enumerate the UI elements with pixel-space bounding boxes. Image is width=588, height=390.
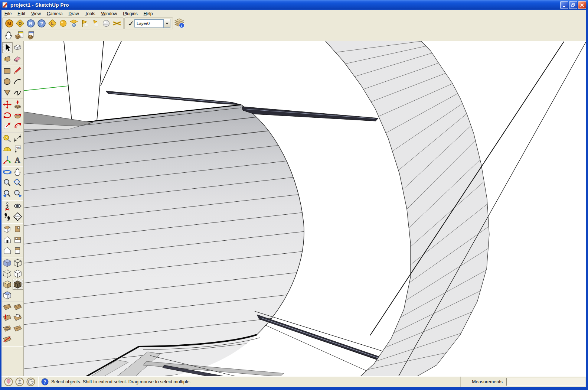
tool-look-around[interactable] [13,201,23,211]
orbit-icon [3,168,12,177]
layer-visible-check-icon[interactable] [127,20,134,27]
layer-dropdown-arrow[interactable] [163,19,170,28]
toolbar-button-help-badge[interactable]: ? [36,18,47,29]
tool-view-right[interactable] [13,224,23,234]
tool-select[interactable] [2,42,13,53]
tool-monochrome[interactable] [2,290,13,300]
tool-arc[interactable] [13,76,23,87]
layer-select[interactable]: Layer0 [134,19,163,27]
tool-tape-measure[interactable] [2,133,13,144]
tool-flip-edge[interactable] [2,334,13,345]
tool-text-3d[interactable]: A [13,155,23,165]
minimize-button[interactable] [560,1,568,9]
tool-circle[interactable] [2,76,13,87]
status-geolocation-button[interactable] [4,377,13,387]
tool-text[interactable]: ABC [13,144,23,155]
tool-move[interactable] [2,99,13,110]
toolbar-button-yellow-sphere[interactable] [58,18,68,29]
tool-back-edges[interactable] [13,257,23,268]
toolbar-button-white-sphere[interactable] [101,18,111,29]
window-border-left [0,10,1,390]
model-edge-line [64,41,72,124]
toolbar-button-box-list[interactable] [14,30,25,41]
tool-view-front[interactable] [2,234,13,245]
tool-wireframe[interactable] [2,268,13,279]
tool-section-plane[interactable]: CR·S [13,211,23,222]
menu-view[interactable]: View [28,10,44,17]
menu-file[interactable]: File [1,10,14,17]
tool-make-component[interactable] [13,42,23,53]
menu-edit[interactable]: Edit [14,10,28,17]
tool-zoom-extents[interactable] [13,178,23,188]
tool-eraser[interactable] [13,53,23,64]
tool-position-camera[interactable] [2,201,13,211]
wireframe-icon [3,269,12,278]
stamp-icon [13,313,22,323]
tool-shaded-with-textures[interactable] [13,279,23,290]
toolbar-button-tag-l[interactable]: L [47,18,58,29]
tool-protractor[interactable] [2,144,13,155]
tool-zoom-previous[interactable] [2,188,13,199]
tool-zoom[interactable] [2,178,13,188]
view-top-icon [13,235,22,244]
status-claim-button[interactable] [26,377,36,387]
menu-tools[interactable]: Tools [82,10,98,17]
menu-plugins[interactable]: Plugins [120,10,140,17]
tool-sandbox-from-scratch[interactable] [13,302,23,313]
toolbar-button-m-badge[interactable]: M [4,18,14,29]
tool-view-back[interactable] [2,245,13,256]
toolbar-button-flag-b[interactable] [90,18,101,29]
tool-rectangle[interactable] [2,65,13,76]
tool-follow-me[interactable] [13,110,23,121]
menu-draw[interactable]: Draw [66,10,82,17]
measurements-box[interactable] [506,378,585,386]
toolbar-button-component-sampler[interactable] [68,18,79,29]
tool-smoove[interactable] [2,313,13,324]
close-button[interactable] [578,1,586,9]
layer-manager-button[interactable]: i [173,17,186,29]
tool-view-top[interactable] [13,234,23,245]
tool-view-left[interactable] [13,245,23,256]
tool-hidden-line[interactable] [13,268,23,279]
tool-zoom-next[interactable] [13,188,23,199]
tool-xray[interactable] [2,257,13,268]
tool-freehand[interactable] [13,87,23,98]
model-viewport[interactable] [24,41,586,377]
tool-stamp[interactable] [13,313,23,324]
tool-shaded[interactable] [2,279,13,290]
toolbar-button-flag-a[interactable] [79,18,90,29]
tool-rotate[interactable] [2,110,13,121]
svg-text:A: A [15,156,20,164]
tool-polygon[interactable] [2,87,13,98]
status-credits-button[interactable] [15,377,24,387]
tool-line[interactable] [13,65,23,76]
menu-camera[interactable]: Camera [44,10,66,17]
tool-paint-bucket[interactable] [2,53,13,64]
toolbar-button-box-window[interactable] [25,30,36,41]
toolbar-button-tag-o[interactable]: O [14,18,25,29]
toolbar-button-intersect-cross[interactable] [111,18,122,29]
tool-axes[interactable] [2,155,13,165]
tool-sandbox-from-contours[interactable] [2,302,13,313]
restore-button[interactable] [569,1,577,9]
tool-drape[interactable] [2,324,13,334]
menu-help[interactable]: Help [141,10,156,17]
toolbar-button-hand-tool[interactable] [3,30,14,41]
menu-window[interactable]: Window [98,10,120,17]
context-help-icon[interactable]: ? [41,378,49,386]
move-icon [3,100,12,109]
tool-add-detail[interactable] [13,324,23,334]
zoom-icon [3,178,12,188]
tool-push-pull[interactable] [13,99,23,110]
section-plane-icon: CR·S [13,212,22,221]
tool-pan[interactable] [13,167,23,178]
tool-walk[interactable] [2,211,13,222]
add-detail-icon [13,324,22,334]
tool-view-iso[interactable] [2,224,13,234]
tool-orbit[interactable] [2,167,13,178]
tool-offset[interactable] [13,121,23,131]
tool-dimension[interactable] [13,133,23,144]
toolbar-button-r-badge[interactable]: R [25,18,36,29]
credits-icon [15,377,24,387]
tool-scale[interactable] [2,121,13,131]
